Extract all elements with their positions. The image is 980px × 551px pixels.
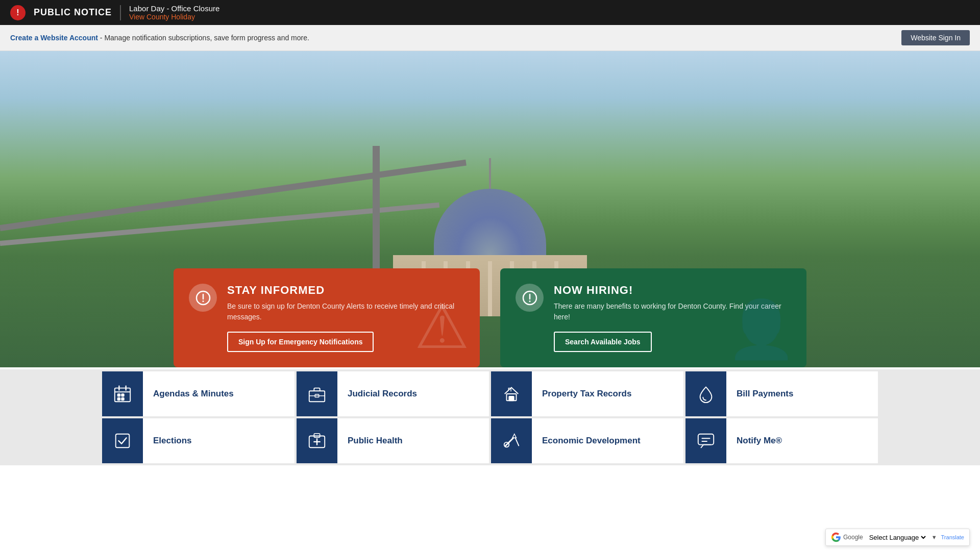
now-hiring-icon-circle — [516, 284, 544, 312]
now-hiring-title: NOW HIRING! — [554, 284, 791, 297]
account-bar: Create a Website Account - Manage notifi… — [0, 25, 980, 51]
notify-me-icon-box — [685, 418, 726, 463]
sign-in-button[interactable]: Website Sign In — [901, 30, 970, 45]
google-label: Google — [843, 534, 863, 541]
create-account-link[interactable]: Create a Website Account — [10, 34, 98, 42]
svg-rect-18 — [509, 396, 514, 401]
account-text-suffix: - Manage notification subscriptions, sav… — [98, 34, 309, 42]
language-select[interactable]: Select Language — [867, 533, 927, 542]
now-hiring-bg-icon: 👤 — [726, 296, 796, 362]
translate-link[interactable]: Translate — [941, 534, 964, 540]
svg-rect-11 — [121, 394, 124, 396]
public-health-label: Public Health — [337, 435, 413, 446]
stay-informed-bg-icon: ⚠ — [414, 291, 470, 362]
quick-link-elections[interactable]: Elections — [102, 418, 295, 463]
quick-link-bill-payments[interactable]: Bill Payments — [685, 371, 878, 416]
google-icon — [831, 532, 841, 542]
now-hiring-card: NOW HIRING! There are many benefits to w… — [500, 268, 806, 367]
property-tax-icon-box — [491, 371, 532, 416]
alert-circle-icon — [195, 290, 211, 306]
svg-rect-21 — [314, 434, 320, 438]
elections-icon-box — [102, 418, 143, 463]
stay-informed-icon-circle — [189, 284, 217, 312]
svg-point-2 — [202, 300, 204, 302]
quick-link-public-health[interactable]: Public Health — [297, 418, 489, 463]
powered-by: Google — [831, 532, 863, 542]
notice-icon: ! — [10, 5, 26, 20]
quick-link-economic-dev[interactable]: Economic Development — [491, 418, 683, 463]
info-cards: STAY INFORMED Be sure to sign up for Den… — [0, 268, 980, 367]
quick-links-grid: Agendas & MinutesJudicial RecordsPropert… — [0, 369, 980, 465]
notify-me-label: Notify Me® — [726, 435, 792, 446]
svg-line-25 — [516, 438, 519, 445]
svg-rect-26 — [698, 434, 714, 445]
translate-bar: Google Select Language ▼ Translate — [825, 529, 970, 546]
stay-informed-card: STAY INFORMED Be sure to sign up for Den… — [174, 268, 480, 367]
svg-rect-13 — [121, 398, 124, 400]
quick-link-judicial[interactable]: Judicial Records — [297, 371, 489, 416]
notice-title: PUBLIC NOTICE — [34, 7, 112, 18]
dome-spire — [489, 158, 491, 189]
search-jobs-button[interactable]: Search Available Jobs — [554, 332, 652, 352]
svg-rect-12 — [118, 398, 120, 400]
notice-content: Labor Day - Office Closure View County H… — [129, 4, 219, 21]
economic-dev-icon-box — [491, 418, 532, 463]
judicial-icon-box — [297, 371, 337, 416]
public-health-icon-box — [297, 418, 337, 463]
hero-section: STAY INFORMED Be sure to sign up for Den… — [0, 51, 980, 367]
quick-link-agendas[interactable]: Agendas & Minutes — [102, 371, 295, 416]
account-text: Create a Website Account - Manage notifi… — [10, 34, 309, 42]
chevron-down-icon: ▼ — [932, 534, 937, 540]
svg-rect-19 — [116, 434, 130, 448]
notice-link[interactable]: View County Holiday — [129, 13, 219, 21]
notice-bar: ! PUBLIC NOTICE Labor Day - Office Closu… — [0, 0, 980, 25]
quick-link-property-tax[interactable]: Property Tax Records — [491, 371, 683, 416]
svg-rect-10 — [118, 394, 120, 396]
bill-payments-label: Bill Payments — [726, 388, 804, 399]
elections-label: Elections — [143, 435, 202, 446]
notice-divider — [120, 5, 121, 20]
emergency-notifications-button[interactable]: Sign Up for Emergency Notifications — [227, 332, 374, 352]
quick-link-notify-me[interactable]: Notify Me® — [685, 418, 878, 463]
bill-payments-icon-box — [685, 371, 726, 416]
agendas-icon-box — [102, 371, 143, 416]
property-tax-label: Property Tax Records — [532, 388, 642, 399]
exclamation-icon — [522, 290, 537, 306]
svg-point-5 — [529, 300, 530, 302]
economic-dev-label: Economic Development — [532, 435, 651, 446]
svg-rect-14 — [309, 391, 325, 402]
agendas-label: Agendas & Minutes — [143, 388, 244, 399]
dome — [434, 189, 546, 255]
judicial-label: Judicial Records — [337, 388, 427, 399]
notice-heading: Labor Day - Office Closure — [129, 4, 219, 13]
